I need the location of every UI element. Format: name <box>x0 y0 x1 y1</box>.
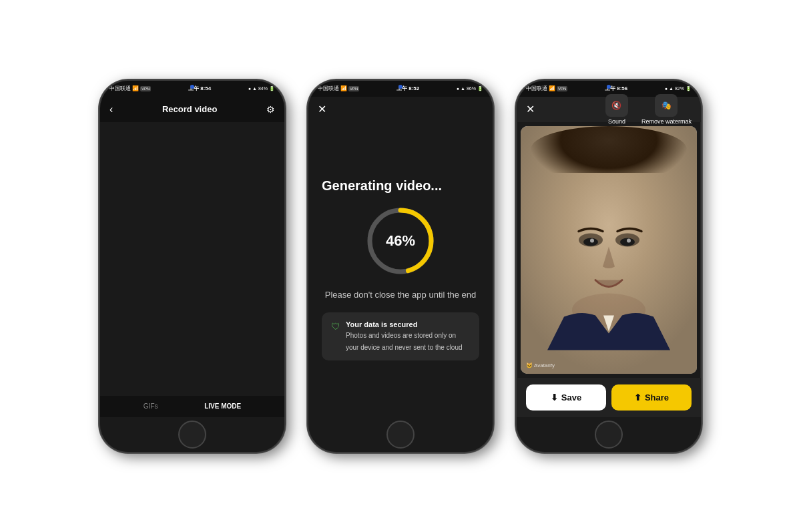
home-button-3[interactable] <box>595 421 623 449</box>
location-icon-3: ▲ <box>669 86 674 91</box>
back-button[interactable]: ‹ <box>109 103 113 115</box>
status-bar-1: 中国联通 📶 VPN 上午 8:54 ● ▲ 84% 🔋 <box>100 81 284 97</box>
wifi-icon-3: 📶 <box>549 85 555 91</box>
watermark-icon: 🎭 <box>661 101 672 110</box>
share-icon: ⬆ <box>634 392 641 403</box>
sound-label: Sound <box>608 118 625 125</box>
settings-button[interactable]: ⚙ <box>266 104 275 115</box>
top-dot-3 <box>607 85 611 89</box>
sound-icon-box: 🔇 <box>605 94 628 117</box>
carrier-signal-3: 中国联通 📶 VPN <box>526 85 567 92</box>
status-bar-2: 中国联通 📶 VPN 上午 8:52 ● ▲ 86% 🔋 <box>308 81 493 97</box>
phone-3: 中国联通 📶 VPN 上午 8:56 ● ▲ 82% 🔋 ✕ 🔇 Sound 🎭 <box>515 79 702 453</box>
result-face: 🐱 Avatarify <box>521 126 697 374</box>
phone-1: 中国联通 📶 VPN 上午 8:54 ● ▲ 84% 🔋 ‹ Record vi… <box>99 79 286 453</box>
carrier-text-3: 中国联通 <box>526 85 547 92</box>
battery-text-2: 86% <box>467 86 476 91</box>
battery-icon-3: 🔋 <box>686 86 692 91</box>
save-button[interactable]: ⬇ Save <box>526 384 606 411</box>
result-avatarify-label: 🐱 Avatarify <box>526 362 555 368</box>
progress-ring: 46% <box>364 204 437 278</box>
battery-icon-2: 🔋 <box>477 86 483 91</box>
generating-screen: Generating video... 46% Please don't clo… <box>308 122 493 417</box>
svg-point-13 <box>590 238 594 242</box>
vpn-badge: VPN <box>140 86 151 91</box>
home-button-2[interactable] <box>386 421 415 449</box>
shield-icon: 🛡 <box>331 321 340 332</box>
save-icon: ⬇ <box>551 392 558 403</box>
carrier-text-2: 中国联通 <box>318 85 339 92</box>
watermark-control[interactable]: 🎭 Remove watermak <box>641 94 692 125</box>
signal-icon-3: ● <box>665 86 668 91</box>
action-buttons: ⬇ Save ⬆ Share <box>517 378 701 417</box>
phone2-header: ✕ <box>308 97 493 122</box>
phone3-controls: 🔇 Sound 🎭 Remove watermak <box>605 94 692 125</box>
battery-text-1: 84% <box>258 86 268 91</box>
vpn-badge-2: VPN <box>348 86 359 91</box>
battery-signal-2: ● ▲ 86% 🔋 <box>457 86 483 91</box>
live-mode[interactable]: LIVE MODE <box>204 403 241 410</box>
result-avatarify-icon: 🐱 <box>526 362 533 368</box>
mode-selector: GIFs LIVE MODE <box>100 396 284 417</box>
secure-title: Your data is secured <box>346 320 470 328</box>
svg-point-14 <box>627 238 631 242</box>
sound-control[interactable]: 🔇 Sound <box>605 94 628 125</box>
home-button-1[interactable] <box>178 421 206 449</box>
home-bar-3 <box>517 417 701 452</box>
share-button[interactable]: ⬆ Share <box>611 384 692 411</box>
save-label: Save <box>561 392 581 403</box>
gifs-mode[interactable]: GIFs <box>144 403 158 410</box>
wifi-icon: 📶 <box>132 85 139 91</box>
camera-screen: 🐱 Avatarify <box>100 122 284 396</box>
secure-body: Photos and videos are stored only on you… <box>346 332 463 351</box>
mute-icon: 🔇 <box>611 101 621 110</box>
carrier-signal-2: 中国联通 📶 VPN <box>318 85 359 92</box>
data-secure-banner: 🛡 Your data is secured Photos and videos… <box>322 312 479 360</box>
battery-text-3: 82% <box>675 86 684 91</box>
carrier-signal: 中国联通 📶 VPN <box>109 85 151 92</box>
page-title-1: Record video <box>162 104 217 114</box>
battery-signal-3: ● ▲ 82% 🔋 <box>665 86 692 91</box>
share-label: Share <box>645 392 669 403</box>
phone-2: 中国联通 📶 VPN 上午 8:52 ● ▲ 86% 🔋 ✕ Generatin… <box>307 79 494 453</box>
signal-icon-2: ● <box>457 86 459 91</box>
wifi-icon-2: 📶 <box>340 85 347 91</box>
close-button-3[interactable]: ✕ <box>526 103 535 115</box>
top-dot-2 <box>398 85 403 89</box>
close-button-2[interactable]: ✕ <box>318 103 326 115</box>
battery-signal-1: ● ▲ 84% 🔋 <box>248 86 275 91</box>
generating-title: Generating video... <box>322 178 479 194</box>
watermark-label: Remove watermak <box>641 118 692 125</box>
home-bar-2 <box>308 417 493 452</box>
watermark-icon-box: 🎭 <box>655 94 678 117</box>
result-face-svg <box>521 126 697 374</box>
progress-percent-label: 46% <box>386 232 415 250</box>
location-icon-2: ▲ <box>461 86 465 91</box>
home-bar-1 <box>100 417 284 452</box>
carrier-text: 中国联通 <box>109 85 131 92</box>
top-dot <box>190 85 194 89</box>
result-preview: 🐱 Avatarify <box>521 126 697 374</box>
battery-icon-1: 🔋 <box>269 86 275 91</box>
signal-icon-1: ● <box>248 86 251 91</box>
location-icon-1: ▲ <box>252 86 257 91</box>
phone3-header: ✕ 🔇 Sound 🎭 Remove watermak <box>517 97 701 122</box>
secure-text-container: Your data is secured Photos and videos a… <box>346 320 470 352</box>
please-dont-close-text: Please don't close the app until the end <box>325 288 477 302</box>
phone1-navbar: ‹ Record video ⚙ <box>100 97 284 122</box>
vpn-badge-3: VPN <box>557 86 567 91</box>
result-avatarify-text: Avatarify <box>534 362 555 368</box>
